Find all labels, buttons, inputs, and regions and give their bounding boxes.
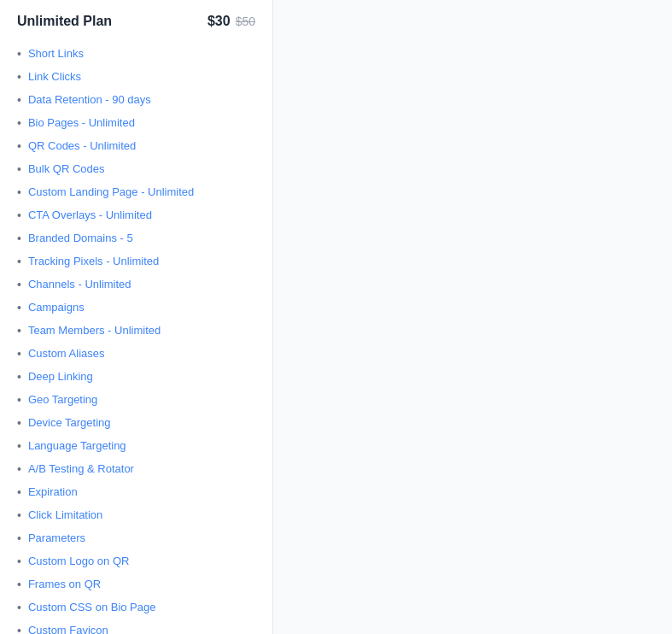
feature-link-parameters[interactable]: Parameters — [28, 530, 85, 547]
list-item-ab-testing: A/B Testing & Rotator — [17, 458, 255, 481]
list-item-qr-codes: QR Codes - Unlimited — [17, 135, 255, 158]
feature-link-bulk-qr-codes[interactable]: Bulk QR Codes — [28, 161, 105, 178]
feature-link-custom-landing-page[interactable]: Custom Landing Page - Unlimited — [28, 184, 194, 201]
plan-panel: Unlimited Plan $30 $50 Short LinksLink C… — [0, 0, 273, 634]
feature-link-custom-aliases[interactable]: Custom Aliases — [28, 345, 105, 362]
list-item-frames-on-qr: Frames on QR — [17, 573, 255, 596]
list-item-custom-css-bio: Custom CSS on Bio Page — [17, 596, 255, 619]
list-item-deep-linking: Deep Linking — [17, 366, 255, 389]
list-item-tracking-pixels: Tracking Pixels - Unlimited — [17, 250, 255, 273]
feature-link-tracking-pixels[interactable]: Tracking Pixels - Unlimited — [28, 253, 159, 270]
feature-link-expiration[interactable]: Expiration — [28, 484, 78, 501]
list-item-click-limitation: Click Limitation — [17, 504, 255, 527]
feature-link-ab-testing[interactable]: A/B Testing & Rotator — [28, 461, 134, 478]
list-item-custom-logo-qr: Custom Logo on QR — [17, 550, 255, 573]
list-item-parameters: Parameters — [17, 527, 255, 550]
list-item-device-targeting: Device Targeting — [17, 412, 255, 435]
list-item-custom-aliases: Custom Aliases — [17, 343, 255, 366]
list-item-custom-landing-page: Custom Landing Page - Unlimited — [17, 181, 255, 204]
feature-link-geo-targeting[interactable]: Geo Targeting — [28, 391, 97, 408]
list-item-bio-pages: Bio Pages - Unlimited — [17, 112, 255, 135]
feature-link-team-members[interactable]: Team Members - Unlimited — [28, 322, 161, 339]
plan-original-price: $50 — [236, 15, 255, 28]
feature-link-click-limitation[interactable]: Click Limitation — [28, 507, 102, 524]
feature-link-cta-overlays[interactable]: CTA Overlays - Unlimited — [28, 207, 152, 224]
list-item-language-targeting: Language Targeting — [17, 435, 255, 458]
plan-header: Unlimited Plan $30 $50 — [17, 14, 255, 29]
feature-link-campaigns[interactable]: Campaigns — [28, 299, 85, 316]
feature-link-short-links[interactable]: Short Links — [28, 45, 84, 62]
features-list: Short LinksLink ClicksData Retention - 9… — [17, 43, 255, 634]
list-item-custom-favicon: Custom Favicon — [17, 619, 255, 634]
feature-link-qr-codes[interactable]: QR Codes - Unlimited — [28, 138, 136, 155]
list-item-short-links: Short Links — [17, 43, 255, 66]
feature-link-custom-favicon[interactable]: Custom Favicon — [28, 622, 108, 634]
list-item-geo-targeting: Geo Targeting — [17, 389, 255, 412]
feature-link-channels[interactable]: Channels - Unlimited — [28, 276, 131, 293]
feature-link-custom-css-bio[interactable]: Custom CSS on Bio Page — [28, 599, 156, 616]
plan-pricing: $30 $50 — [207, 14, 255, 29]
feature-link-deep-linking[interactable]: Deep Linking — [28, 368, 93, 385]
page-wrapper: Unlimited Plan $30 $50 Short LinksLink C… — [0, 0, 672, 634]
list-item-link-clicks: Link Clicks — [17, 66, 255, 89]
feature-link-device-targeting[interactable]: Device Targeting — [28, 414, 111, 431]
right-panel — [273, 0, 672, 634]
feature-link-bio-pages[interactable]: Bio Pages - Unlimited — [28, 114, 135, 132]
feature-link-link-clicks[interactable]: Link Clicks — [28, 68, 81, 85]
list-item-channels: Channels - Unlimited — [17, 273, 255, 296]
plan-name: Unlimited Plan — [17, 14, 112, 29]
feature-link-branded-domains[interactable]: Branded Domains - 5 — [28, 230, 133, 247]
list-item-data-retention: Data Retention - 90 days — [17, 89, 255, 112]
list-item-expiration: Expiration — [17, 481, 255, 504]
feature-link-data-retention[interactable]: Data Retention - 90 days — [28, 91, 151, 109]
list-item-branded-domains: Branded Domains - 5 — [17, 227, 255, 250]
list-item-campaigns: Campaigns — [17, 296, 255, 320]
list-item-cta-overlays: CTA Overlays - Unlimited — [17, 204, 255, 227]
feature-link-frames-on-qr[interactable]: Frames on QR — [28, 576, 101, 593]
list-item-bulk-qr-codes: Bulk QR Codes — [17, 158, 255, 181]
feature-link-language-targeting[interactable]: Language Targeting — [28, 437, 126, 455]
list-item-team-members: Team Members - Unlimited — [17, 320, 255, 343]
plan-price: $30 — [207, 14, 231, 29]
feature-link-custom-logo-qr[interactable]: Custom Logo on QR — [28, 553, 130, 570]
